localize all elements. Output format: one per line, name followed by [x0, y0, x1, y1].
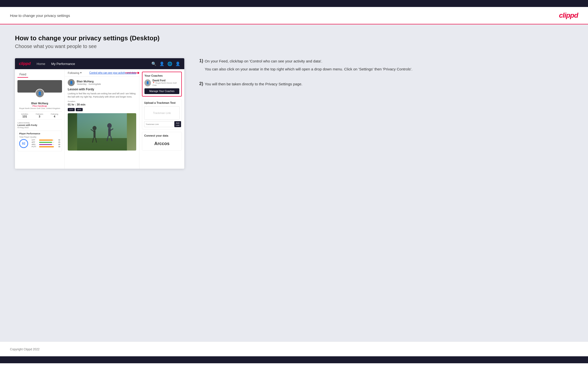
trackman-input-row: Add Link — [144, 121, 180, 127]
profile-area: 👤 Blair McHarg Plus Handicap Royal North… — [17, 80, 62, 129]
header-title: How to change your privacy settings — [10, 13, 70, 18]
app-right-panel: Your Coaches 👤 David Ford 📍 Royal North … — [139, 69, 184, 169]
tag-ott: OTT — [68, 108, 75, 111]
app-main: Following ▾ Control who can see your act… — [65, 69, 139, 169]
quality-score: 92 — [19, 139, 28, 148]
bottom-bar — [0, 356, 588, 363]
post-image — [68, 113, 136, 151]
step2-number: 2) — [199, 81, 203, 86]
connect-title: Connect your data — [144, 134, 180, 137]
profile-avatar: 👤 — [35, 89, 44, 98]
trackman-placeholder: Trackman Link — [144, 106, 180, 120]
post-desc: Looking to feel like my hands are exitin… — [68, 92, 136, 98]
app-nav-home[interactable]: Home — [37, 62, 45, 66]
profile-name: Blair McHarg — [17, 102, 62, 105]
connect-section: Connect your data Arccos — [142, 132, 182, 151]
svg-point-7 — [107, 123, 112, 128]
top-bar — [0, 0, 588, 7]
metric-putt: PUTT 96 — [32, 146, 60, 148]
demo-wrapper: clippd Home My Performance 🔍 👤 🌐 👤 Feed — [15, 58, 573, 169]
tag-app: APP — [76, 108, 83, 111]
app-nav-icons: 🔍 👤 🌐 👤 — [151, 61, 180, 66]
step1-extra: You can also click on your avatar in the… — [205, 66, 412, 72]
metric-arg: ARG 86 — [32, 144, 60, 145]
post-tags: OTT APP — [68, 108, 136, 111]
step1-number: 1) — [199, 58, 203, 63]
post-avatar: 👤 — [68, 79, 75, 86]
app-body: Feed 👤 Blair McHarg Plus Handicap Royal … — [15, 69, 184, 169]
header: How to change your privacy settings clip… — [0, 7, 588, 24]
page-heading: How to change your privacy settings (Des… — [15, 34, 573, 42]
add-link-button[interactable]: Add Link — [174, 121, 181, 127]
footer: Copyright Clippd 2022 — [0, 342, 588, 356]
app-nav-logo: clippd — [19, 61, 31, 66]
metric-ott: OTT 90 — [32, 139, 60, 141]
coach-club: 📍 Royal North Devon Golf Club — [152, 82, 179, 86]
search-icon[interactable]: 🔍 — [151, 61, 156, 66]
trackman-input[interactable] — [144, 121, 173, 127]
app-screenshot: clippd Home My Performance 🔍 👤 🌐 👤 Feed — [15, 58, 184, 169]
step-1: 1) On your Feed, click/tap on 'Control w… — [199, 58, 568, 74]
manage-coaches-button[interactable]: Manage Your Coaches — [144, 88, 179, 94]
post-location: Yesterday · Sunningdale — [77, 83, 101, 85]
coach-row: 👤 David Ford 📍 Royal North Devon Golf Cl… — [144, 79, 179, 86]
page-subheading: Choose what you want people to see — [15, 44, 573, 49]
app-nav-performance[interactable]: My Performance — [51, 62, 75, 66]
coaches-title: Your Coaches — [144, 74, 179, 77]
instructions-panel: 1) On your Feed, click/tap on 'Control w… — [194, 58, 573, 96]
footer-text: Copyright Clippd 2022 — [10, 348, 40, 351]
following-button[interactable]: Following ▾ — [68, 71, 82, 74]
profile-club: Royal North Devon Golf Club, United King… — [17, 107, 62, 109]
upload-title: Upload a Trackman Test — [144, 101, 180, 104]
step1-text: On your Feed, click/tap on 'Control who … — [205, 58, 412, 64]
svg-point-2 — [93, 126, 97, 130]
coaches-section: Your Coaches 👤 David Ford 📍 Royal North … — [142, 72, 182, 97]
arrow-indicator — [125, 72, 139, 74]
post-user-row: 👤 Blair McHarg Yesterday · Sunningdale — [68, 79, 136, 86]
golfer-image-svg — [68, 113, 136, 151]
step2-text: You will then be taken directly to the P… — [205, 81, 302, 87]
following-bar-wrapper: Following ▾ Control who can see your act… — [65, 69, 139, 77]
logo: clippd — [559, 11, 578, 19]
stat-followers: Followers 3 — [36, 113, 43, 118]
post-title: Lesson with Fordy — [68, 88, 136, 91]
metric-app: APP 85 — [32, 141, 60, 143]
post-user-info: Blair McHarg Yesterday · Sunningdale — [77, 80, 101, 85]
profile-stats: Activities 131 Followers 3 Following 4 — [17, 111, 62, 120]
svg-rect-8 — [108, 128, 111, 136]
app-nav: clippd Home My Performance 🔍 👤 🌐 👤 — [15, 58, 184, 69]
app-sidebar: Feed 👤 Blair McHarg Plus Handicap Royal … — [15, 69, 65, 169]
coach-info: David Ford 📍 Royal North Devon Golf Club — [152, 79, 179, 86]
duration-label: Duration — [68, 100, 136, 103]
coach-name: David Ford — [152, 79, 179, 82]
avatar-icon[interactable]: 👤 — [175, 61, 180, 66]
latest-activity: Latest Activity Lesson with Fordy 03 Aug… — [17, 122, 62, 129]
step-2: 2) You will then be taken directly to th… — [199, 81, 568, 89]
profile-handicap: Plus Handicap — [17, 105, 62, 107]
globe-icon[interactable]: 🌐 — [167, 61, 172, 66]
coach-avatar: 👤 — [144, 79, 151, 86]
person-icon[interactable]: 👤 — [159, 61, 164, 66]
arccos-logo: Arccos — [144, 139, 180, 148]
stat-following: Following 4 — [51, 113, 58, 118]
feed-tab[interactable]: Feed — [17, 72, 28, 78]
main-content: How to change your privacy settings (Des… — [0, 24, 588, 342]
post-item: 👤 Blair McHarg Yesterday · Sunningdale L… — [65, 77, 139, 153]
player-performance: Player Performance Total Player Quality … — [17, 131, 62, 151]
stat-activities: Activities 131 — [21, 113, 28, 118]
svg-rect-1 — [77, 138, 127, 151]
post-user-name: Blair McHarg — [77, 80, 101, 83]
duration-val: 01 hr : 30 min — [68, 103, 136, 106]
upload-section: Upload a Trackman Test Trackman Link Add… — [142, 99, 182, 129]
